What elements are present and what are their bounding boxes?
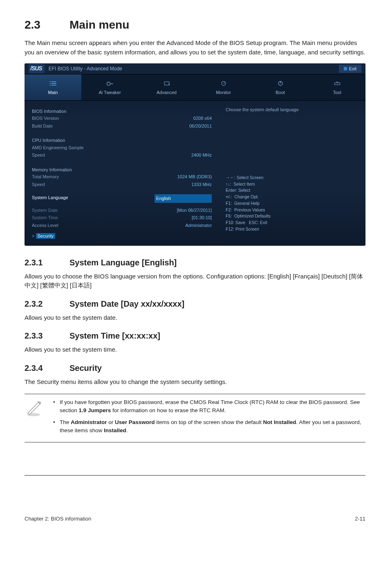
svg-rect-4: [49, 85, 51, 85]
total-memory-label: Total Memory: [32, 173, 59, 180]
sub3-body: Allows you to set the system time.: [25, 345, 365, 355]
svg-rect-8: [164, 82, 169, 85]
tab-boot[interactable]: Boot: [252, 74, 309, 100]
build-date-label: Build Date: [32, 123, 53, 130]
sub2-num: 2.3.2: [25, 298, 69, 310]
sub1-body: Allows you to choose the BIOS language v…: [25, 272, 365, 290]
sub3-title: System Time [xx:xx:xx]: [69, 331, 160, 340]
exit-icon: [344, 67, 347, 70]
hint-f10: F10: Save ESC: Exit: [226, 220, 359, 226]
bios-version-row: BIOS Version0208 x64: [32, 114, 212, 122]
system-language-value[interactable]: English: [155, 194, 212, 203]
system-time-value: [01:30:10]: [192, 214, 212, 221]
svg-rect-14: [334, 83, 340, 85]
section-number: 2.3: [25, 16, 69, 34]
sub4-title: Security: [69, 364, 102, 373]
hint-select-item: ↑↓: Select Item: [226, 181, 359, 188]
system-time-row[interactable]: System Time[01:30:10]: [32, 214, 212, 222]
bios-version-label: BIOS Version: [32, 115, 59, 122]
section-intro: The Main menu screen appears when you en…: [25, 38, 365, 57]
tab-boot-label: Boot: [276, 90, 285, 95]
memory-speed-value: 1333 MHz: [191, 181, 212, 188]
hint-f1: F1: General Help: [226, 200, 359, 207]
total-memory-row: Total Memory1024 MB (DDR3): [32, 173, 212, 181]
svg-point-6: [107, 82, 110, 85]
cpu-info-heading: CPU Information: [32, 137, 212, 144]
svg-rect-7: [110, 83, 113, 84]
system-language-row[interactable]: System Language English: [32, 194, 212, 203]
tab-advanced-label: Advanced: [157, 90, 177, 95]
svg-rect-5: [51, 85, 56, 85]
section-heading: 2.3Main menu: [25, 16, 365, 34]
subsection-2-3-4: 2.3.4Security: [25, 362, 365, 374]
hint-f2: F2: Previous Values: [226, 207, 359, 213]
bios-utility-title: EFI BIOS Utility - Advanced Mode: [49, 65, 339, 72]
key-hints: →←: Select Screen ↑↓: Select Item Enter:…: [226, 175, 359, 233]
security-prefix: >: [32, 233, 34, 238]
system-date-row[interactable]: System Date[Mon 06/27/2011]: [32, 206, 212, 214]
help-text: Choose the system default language: [226, 106, 359, 113]
build-date-value: 06/20/2011: [189, 123, 212, 130]
sub2-title: System Date [Day xx/xx/xxxx]: [69, 299, 184, 308]
system-date-label: System Date: [32, 207, 58, 214]
amd-sample-label: AMD Engineering Sample: [32, 144, 84, 151]
sub3-num: 2.3.3: [25, 330, 69, 342]
svg-rect-1: [51, 81, 56, 82]
svg-rect-3: [51, 83, 56, 84]
tab-main[interactable]: Main: [25, 74, 81, 100]
system-date-value: [Mon 06/27/2011]: [177, 207, 212, 214]
chip-icon: [163, 80, 171, 87]
subsection-2-3-3: 2.3.3System Time [xx:xx:xx]: [25, 330, 365, 342]
note-list: If you have forgotten your BIOS password…: [53, 398, 363, 438]
build-date-row: Build Date06/20/2011: [32, 122, 212, 130]
tab-monitor[interactable]: Monitor: [195, 74, 252, 100]
system-language-label: System Language: [32, 194, 68, 203]
hint-f5: F5: Optimized Defaults: [226, 213, 359, 220]
bios-body: BIOS Information BIOS Version0208 x64 Bu…: [25, 101, 365, 246]
note-icon: [25, 398, 43, 438]
svg-rect-0: [49, 81, 51, 82]
amd-sample-row: AMD Engineering Sample: [32, 144, 212, 152]
footer-left: Chapter 2: BIOS information: [25, 515, 91, 523]
svg-rect-2: [49, 83, 51, 84]
hint-f12: F12: Print Screen: [226, 226, 359, 233]
cpu-speed-value: 2400 MHz: [191, 152, 212, 159]
tweaker-icon: [106, 80, 114, 87]
note-box: If you have forgotten your BIOS password…: [25, 394, 365, 442]
cpu-speed-row: Speed2400 MHz: [32, 151, 212, 159]
tool-icon: [333, 80, 341, 87]
note-item-1: If you have forgotten your BIOS password…: [53, 398, 363, 415]
bios-version-value: 0208 x64: [193, 115, 212, 122]
tab-advanced[interactable]: Advanced: [138, 74, 195, 100]
footer-right: 2-11: [355, 515, 365, 523]
total-memory-value: 1024 MB (DDR3): [177, 173, 212, 180]
tab-tool[interactable]: Tool: [309, 74, 365, 100]
hint-enter: Enter: Select: [226, 187, 359, 194]
bios-tabs: Main Ai Tweaker Advanced Monitor Boot To…: [25, 74, 365, 101]
exit-button[interactable]: Exit: [339, 65, 361, 73]
subsection-2-3-1: 2.3.1System Language [English]: [25, 256, 365, 269]
svg-rect-15: [336, 82, 338, 83]
sub1-num: 2.3.1: [25, 256, 69, 269]
access-level-row: Access LevelAdministrator: [32, 222, 212, 229]
memory-speed-label: Speed: [32, 181, 45, 188]
sub1-title: System Language [English]: [69, 258, 177, 267]
security-row[interactable]: > Security: [32, 232, 212, 240]
bios-titlebar: /SUS EFI BIOS Utility - Advanced Mode Ex…: [25, 63, 365, 74]
tab-monitor-label: Monitor: [216, 90, 231, 95]
tab-main-label: Main: [48, 90, 58, 95]
bios-screenshot: /SUS EFI BIOS Utility - Advanced Mode Ex…: [25, 63, 365, 246]
access-level-label: Access Level: [32, 222, 58, 229]
sub4-body: The Security menu items allow you to cha…: [25, 377, 365, 387]
memory-info-heading: Memory Information: [32, 166, 212, 173]
page-footer: Chapter 2: BIOS information 2-11: [25, 512, 365, 523]
memory-speed-row: Speed1333 MHz: [32, 181, 212, 189]
note-item-2: The Administrator or User Password items…: [53, 418, 363, 435]
bios-right-pane: Choose the system default language →←: S…: [219, 101, 365, 246]
system-time-label: System Time: [32, 214, 58, 221]
hint-select-screen: →←: Select Screen: [226, 175, 359, 181]
svg-line-11: [224, 83, 225, 84]
section-title: Main menu: [69, 18, 129, 31]
list-icon: [49, 80, 57, 87]
tab-ai-tweaker[interactable]: Ai Tweaker: [81, 74, 138, 100]
